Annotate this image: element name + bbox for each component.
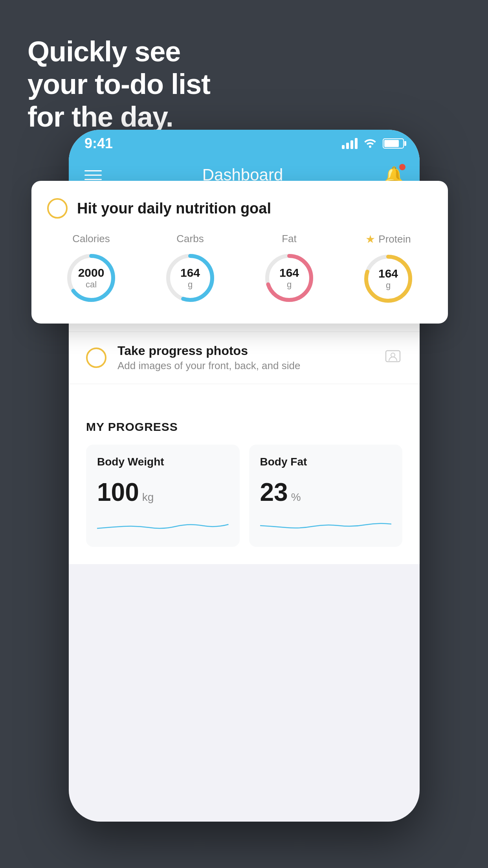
status-time: 9:41: [84, 135, 113, 152]
headline-line3: for the day.: [28, 101, 210, 133]
svg-rect-1: [386, 351, 400, 362]
nutrition-fat: Fat 164 g: [262, 233, 317, 306]
body-fat-unit: %: [291, 491, 301, 504]
person-icon: [383, 348, 402, 368]
protein-ring: 164 g: [361, 251, 416, 306]
headline-line1: Quickly see: [28, 35, 210, 68]
body-weight-card[interactable]: Body Weight 100 kg: [86, 445, 240, 547]
protein-value: 164: [378, 267, 398, 280]
fat-unit: g: [279, 280, 299, 290]
svg-point-2: [391, 353, 395, 357]
todo-checkbox-photos[interactable]: [86, 348, 106, 368]
body-fat-value: 23: [260, 478, 288, 507]
body-weight-chart: [97, 515, 229, 534]
progress-section: MY PROGRESS Body Weight 100 kg Body Fat …: [69, 403, 420, 564]
carbs-unit: g: [180, 280, 200, 290]
status-icons: [342, 137, 404, 151]
carbs-ring: 164 g: [163, 250, 218, 305]
calories-value: 2000: [78, 266, 105, 280]
progress-cards: Body Weight 100 kg Body Fat 23 %: [86, 445, 402, 547]
carbs-label: Carbs: [176, 233, 204, 245]
todo-subtitle-photos: Add images of your front, back, and side: [117, 360, 372, 372]
nutrition-protein: ★ Protein 164 g: [361, 233, 416, 306]
headline-line2: your to-do list: [28, 68, 210, 101]
fat-ring: 164 g: [262, 250, 317, 305]
nutrition-card-title: Hit your daily nutrition goal: [77, 200, 271, 217]
notification-dot: [399, 164, 405, 170]
nutrition-checkbox[interactable]: [47, 198, 68, 219]
body-weight-value: 100: [97, 478, 139, 507]
body-fat-card[interactable]: Body Fat 23 %: [249, 445, 403, 547]
nutrition-carbs: Carbs 164 g: [163, 233, 218, 306]
fat-label: Fat: [282, 233, 297, 245]
calories-ring: 2000 cal: [64, 250, 119, 305]
fat-value: 164: [279, 266, 299, 280]
progress-heading: MY PROGRESS: [86, 420, 402, 434]
protein-label: Protein: [378, 233, 411, 245]
calories-label: Calories: [72, 233, 110, 245]
nutrition-card: Hit your daily nutrition goal Calories 2…: [31, 181, 448, 324]
carbs-value: 164: [180, 266, 200, 280]
todo-item-photos[interactable]: Take progress photos Add images of your …: [69, 332, 420, 384]
headline-text: Quickly see your to-do list for the day.: [28, 35, 210, 133]
signal-icon: [342, 138, 358, 149]
status-bar: 9:41: [69, 130, 420, 157]
protein-unit: g: [378, 280, 398, 291]
body-fat-chart: [260, 515, 392, 534]
nutrition-row: Calories 2000 cal Carbs: [47, 233, 432, 306]
hamburger-menu[interactable]: [84, 170, 102, 180]
wifi-icon: [363, 137, 377, 151]
nutrition-calories: Calories 2000 cal: [64, 233, 119, 306]
body-weight-unit: kg: [142, 491, 154, 504]
body-fat-title: Body Fat: [260, 456, 392, 468]
calories-unit: cal: [78, 280, 105, 290]
todo-title-photos: Take progress photos: [117, 344, 372, 358]
protein-star-icon: ★: [365, 233, 375, 246]
battery-icon: [383, 138, 404, 149]
spacer: [69, 384, 420, 403]
body-weight-title: Body Weight: [97, 456, 229, 468]
